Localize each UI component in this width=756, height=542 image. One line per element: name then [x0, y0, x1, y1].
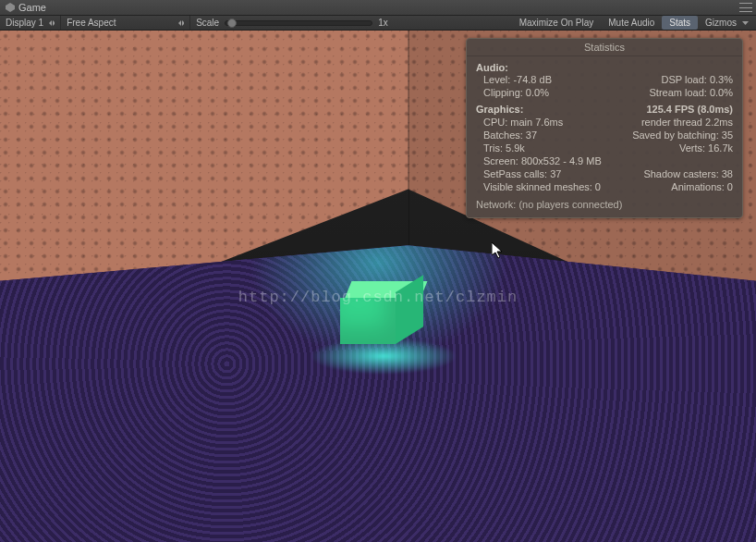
stats-audio-dsp: DSP load: 0.3% [662, 74, 733, 85]
stats-panel-title: Statistics [467, 39, 742, 56]
stats-skinned: Visible skinned meshes: 0 [483, 181, 601, 192]
scale-slider-thumb[interactable] [227, 18, 237, 28]
display-dropdown[interactable]: Display 1 [0, 16, 61, 30]
svg-marker-6 [492, 242, 502, 258]
statistics-panel: Statistics Audio: Level: -74.8 dB DSP lo… [466, 38, 743, 218]
chevron-down-icon [742, 21, 749, 25]
stats-saved-batching: Saved by batching: 35 [632, 129, 733, 141]
stats-label: Stats [669, 18, 690, 28]
stats-audio-heading: Audio: [476, 62, 733, 73]
maximize-label: Maximize On Play [519, 18, 594, 28]
gizmos-dropdown[interactable]: Gizmos [698, 16, 756, 30]
scale-label: Scale [196, 18, 219, 28]
stats-setpass: SetPass calls: 37 [483, 168, 561, 179]
stats-tris: Tris: 5.9k [483, 142, 525, 154]
scale-slider[interactable] [225, 20, 372, 26]
stats-audio-level: Level: -74.8 dB [483, 74, 552, 85]
stats-anim: Animations: 0 [671, 181, 733, 192]
stats-shadow: Shadow casters: 38 [643, 168, 733, 179]
svg-marker-0 [6, 3, 15, 12]
cursor-icon [492, 242, 505, 259]
svg-marker-2 [53, 20, 55, 26]
stats-graphics-heading: Graphics: [476, 104, 523, 115]
stats-cpu: CPU: main 7.6ms [483, 117, 563, 128]
stats-network: Network: (no players connected) [476, 199, 733, 210]
svg-marker-4 [182, 20, 184, 26]
panel-menu-icon[interactable] [739, 3, 752, 12]
aspect-label: Free Aspect [67, 18, 116, 28]
svg-marker-3 [178, 20, 181, 26]
window-titlebar: Game [0, 0, 756, 16]
maximize-on-play-button[interactable]: Maximize On Play [512, 16, 602, 30]
chevron-down-icon [178, 20, 184, 26]
svg-marker-5 [742, 21, 749, 25]
mute-audio-button[interactable]: Mute Audio [601, 16, 662, 30]
unity-logo-icon [6, 3, 15, 12]
mute-label: Mute Audio [608, 18, 654, 28]
stats-batches: Batches: 37 [483, 129, 537, 141]
stats-button[interactable]: Stats [662, 16, 698, 30]
svg-marker-1 [49, 20, 52, 26]
scale-control: Scale 1x [190, 16, 394, 30]
game-toolbar: Display 1 Free Aspect Scale 1x Maximize … [0, 16, 756, 31]
chevron-down-icon [49, 20, 55, 26]
stats-renderthread: render thread 2.2ms [641, 117, 733, 128]
stats-verts: Verts: 16.7k [679, 142, 733, 154]
game-viewport[interactable]: http://blog.csdn.net/clzmin Statistics A… [0, 31, 756, 542]
stats-fps: 125.4 FPS (8.0ms) [646, 104, 733, 115]
gizmos-label: Gizmos [705, 18, 737, 28]
scale-value: 1x [378, 18, 388, 28]
aspect-dropdown[interactable]: Free Aspect [61, 16, 190, 30]
display-label: Display 1 [6, 18, 43, 28]
stats-audio-clipping: Clipping: 0.0% [483, 87, 549, 98]
stats-audio-stream: Stream load: 0.0% [650, 87, 734, 98]
stats-screen: Screen: 800x532 - 4.9 MB [483, 155, 602, 166]
window-title: Game [18, 2, 46, 13]
scene-cube [340, 281, 427, 351]
